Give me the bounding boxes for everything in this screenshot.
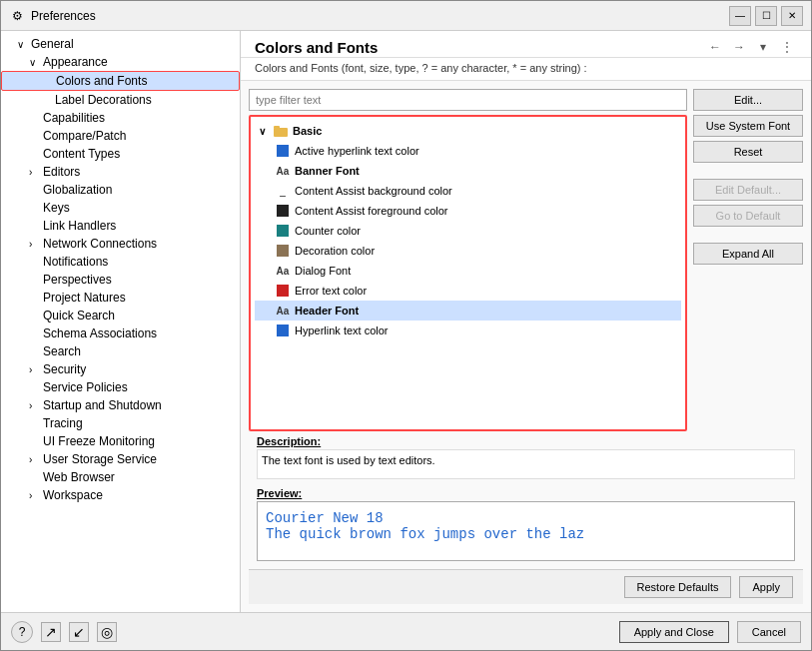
- item-label: Header Font: [295, 305, 359, 317]
- cancel-button[interactable]: Cancel: [737, 621, 801, 643]
- sidebar-item-editors[interactable]: › Editors: [1, 163, 240, 181]
- chevron-right-icon: ›: [29, 239, 43, 250]
- sidebar-item-appearance[interactable]: ∨ Appearance: [1, 53, 240, 71]
- sidebar-item-user-storage[interactable]: › User Storage Service: [1, 450, 240, 468]
- sidebar-item-label: UI Freeze Monitoring: [43, 434, 155, 448]
- edit-button[interactable]: Edit...: [693, 89, 803, 111]
- aa-icon: Aa: [275, 263, 291, 279]
- sidebar-item-label: Service Policies: [43, 380, 128, 394]
- sidebar-item-perspectives[interactable]: Perspectives: [1, 271, 240, 289]
- tree-group-label: Basic: [293, 125, 322, 137]
- sidebar-item-label-decorations[interactable]: Label Decorations: [1, 91, 240, 109]
- footer-right: Apply and Close Cancel: [619, 621, 801, 643]
- window-controls: — ☐ ✕: [729, 6, 803, 26]
- forward-button[interactable]: →: [729, 37, 749, 57]
- sidebar-item-label: Globalization: [43, 183, 112, 197]
- right-buttons-panel: Edit... Use System Font Reset Edit Defau…: [693, 89, 803, 431]
- red-square-icon: [275, 283, 291, 299]
- list-item[interactable]: Counter color: [255, 221, 681, 241]
- sidebar-item-label: Network Connections: [43, 237, 157, 251]
- sidebar-item-label: Content Types: [43, 147, 120, 161]
- window-icon: ⚙: [9, 8, 25, 24]
- apply-button[interactable]: Apply: [739, 576, 793, 598]
- sidebar-item-startup-shutdown[interactable]: › Startup and Shutdown: [1, 396, 240, 414]
- sidebar-item-general[interactable]: ∨ General: [1, 35, 240, 53]
- list-item[interactable]: Content Assist foreground color: [255, 201, 681, 221]
- sidebar-item-tracing[interactable]: Tracing: [1, 414, 240, 432]
- list-item[interactable]: Aa Dialog Font: [255, 261, 681, 281]
- close-button[interactable]: ✕: [781, 6, 803, 26]
- title-bar: ⚙ Preferences — ☐ ✕: [1, 1, 811, 31]
- chevron-right-icon: ›: [29, 490, 43, 501]
- sidebar-item-compare-patch[interactable]: Compare/Patch: [1, 127, 240, 145]
- use-system-font-button[interactable]: Use System Font: [693, 115, 803, 137]
- back-button[interactable]: ←: [705, 37, 725, 57]
- menu-button[interactable]: ⋮: [777, 37, 797, 57]
- edit-default-button[interactable]: Edit Default...: [693, 179, 803, 201]
- list-item[interactable]: Decoration color: [255, 241, 681, 261]
- item-label: Counter color: [295, 225, 361, 237]
- export-button[interactable]: ↗: [41, 622, 61, 642]
- sidebar-item-label: Startup and Shutdown: [43, 398, 162, 412]
- sidebar-item-ui-freeze[interactable]: UI Freeze Monitoring: [1, 432, 240, 450]
- list-item[interactable]: Aa Banner Font: [255, 161, 681, 181]
- sidebar-item-security[interactable]: › Security: [1, 360, 240, 378]
- sidebar-item-search[interactable]: Search: [1, 342, 240, 360]
- sidebar-item-link-handlers[interactable]: Link Handlers: [1, 217, 240, 235]
- sidebar-item-label: Security: [43, 362, 86, 376]
- sidebar-item-web-browser[interactable]: Web Browser: [1, 468, 240, 486]
- sidebar-item-label: Project Natures: [43, 291, 126, 305]
- sidebar-item-capabilities[interactable]: Capabilities: [1, 109, 240, 127]
- tree-panel: ∨ Basic Active hy: [249, 89, 687, 431]
- sidebar-item-project-natures[interactable]: Project Natures: [1, 289, 240, 307]
- sidebar-item-keys[interactable]: Keys: [1, 199, 240, 217]
- sidebar-item-notifications[interactable]: Notifications: [1, 253, 240, 271]
- expand-all-button[interactable]: Expand All: [693, 243, 803, 265]
- list-item[interactable]: Aa Header Font: [255, 301, 681, 321]
- content-body: ∨ Basic Active hy: [241, 81, 811, 612]
- list-item[interactable]: Error text color: [255, 281, 681, 301]
- content-subtitle: Colors and Fonts (font, size, type, ? = …: [255, 62, 797, 74]
- window-title: Preferences: [31, 9, 729, 23]
- minimize-button[interactable]: —: [729, 6, 751, 26]
- sidebar-item-network-connections[interactable]: › Network Connections: [1, 235, 240, 253]
- blue-square-icon: [275, 323, 291, 338]
- item-label: Content Assist background color: [295, 185, 452, 197]
- chevron-down-icon: ∨: [17, 39, 31, 50]
- header-toolbar: ← → ▾ ⋮: [705, 37, 797, 57]
- sidebar-item-content-types[interactable]: Content Types: [1, 145, 240, 163]
- sidebar-item-label: Compare/Patch: [43, 129, 126, 143]
- description-section: Description: The text font is used by te…: [249, 435, 803, 479]
- sidebar-item-colors-fonts[interactable]: Colors and Fonts: [1, 71, 240, 91]
- go-to-default-button[interactable]: Go to Default: [693, 205, 803, 227]
- filter-input[interactable]: [249, 89, 687, 111]
- sidebar-item-label: Tracing: [43, 416, 83, 430]
- reset-button[interactable]: Reset: [693, 141, 803, 163]
- apply-and-close-button[interactable]: Apply and Close: [619, 621, 729, 643]
- sidebar-item-label: Appearance: [43, 55, 108, 69]
- sidebar-item-service-policies[interactable]: Service Policies: [1, 378, 240, 396]
- teal-square-icon: [275, 223, 291, 239]
- black-square-icon: [275, 203, 291, 219]
- tree-group-basic: ∨ Basic Active hy: [255, 121, 681, 340]
- sidebar-item-globalization[interactable]: Globalization: [1, 181, 240, 199]
- bottom-buttons: Restore Defaults Apply: [249, 569, 803, 604]
- sidebar-item-schema-associations[interactable]: Schema Associations: [1, 325, 240, 342]
- settings-button[interactable]: ◎: [97, 622, 117, 642]
- restore-defaults-button[interactable]: Restore Defaults: [624, 576, 732, 598]
- list-item[interactable]: Hyperlink text color: [255, 321, 681, 340]
- chevron-right-icon: ›: [29, 454, 43, 465]
- maximize-button[interactable]: ☐: [755, 6, 777, 26]
- sidebar-item-workspace[interactable]: › Workspace: [1, 486, 240, 504]
- import-button[interactable]: ↙: [69, 622, 89, 642]
- sidebar-item-label: Quick Search: [43, 309, 115, 323]
- sidebar-item-quick-search[interactable]: Quick Search: [1, 307, 240, 325]
- tree-group-header-basic[interactable]: ∨ Basic: [255, 121, 681, 141]
- sidebar-item-label: Capabilities: [43, 111, 105, 125]
- list-item[interactable]: Active hyperlink text color: [255, 141, 681, 161]
- tree-box: ∨ Basic Active hy: [249, 115, 687, 431]
- list-item[interactable]: _ Content Assist background color: [255, 181, 681, 201]
- dropdown-button[interactable]: ▾: [753, 37, 773, 57]
- help-button[interactable]: ?: [11, 621, 33, 643]
- folder-icon: [273, 123, 289, 139]
